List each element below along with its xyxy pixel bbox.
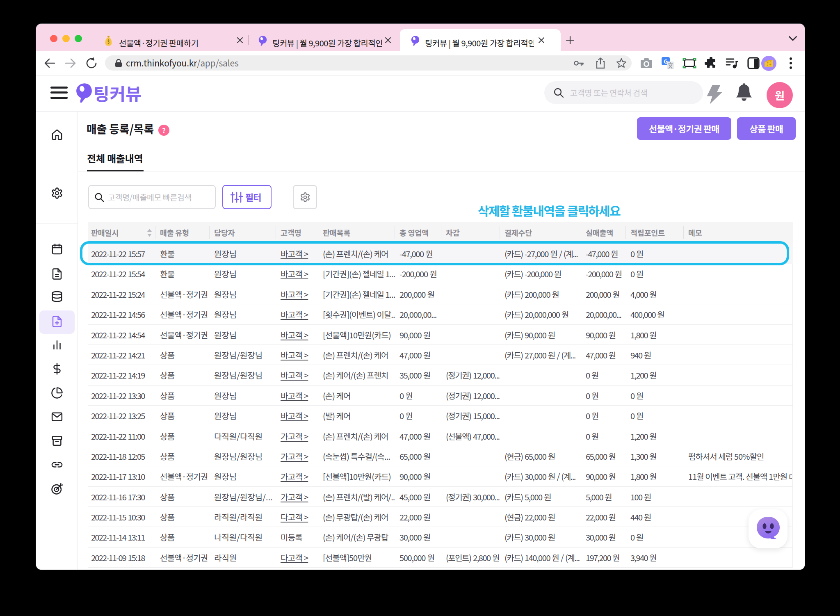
svg-text:$: $	[107, 38, 110, 45]
